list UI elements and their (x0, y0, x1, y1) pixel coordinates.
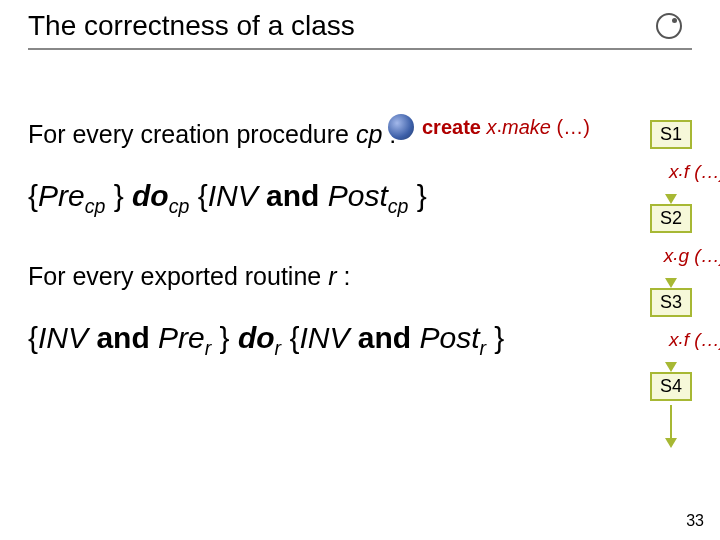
title-row: The correctness of a class (28, 10, 692, 42)
h2-do: do (238, 321, 275, 354)
h2-m1: } (211, 321, 238, 354)
arrowhead-icon (665, 194, 677, 204)
arrow-4 (665, 405, 677, 448)
arrow-1 (665, 195, 677, 204)
state-s1: S1 (650, 120, 692, 149)
logo-icon (656, 13, 682, 39)
create-instruction: create x.make (…) (388, 114, 590, 140)
h2-post: Post (420, 321, 480, 354)
h1-do: do (132, 179, 169, 212)
h1-and: and (258, 179, 328, 212)
edge-label-1: x.f (…) (669, 161, 720, 183)
h1-sub-cp: cp (85, 195, 106, 217)
arrow-2 (665, 279, 677, 288)
h1-sub-cp3: cp (388, 195, 409, 217)
line-creation-procedure: For every creation procedure cp : (28, 120, 692, 149)
line-icon (670, 405, 672, 439)
h2-inv2: INV (299, 321, 349, 354)
slide-title: The correctness of a class (28, 10, 355, 42)
spacer (28, 248, 692, 262)
l1-cp: cp (356, 120, 382, 148)
h2-inv1: INV (38, 321, 88, 354)
h1-post: Post (328, 179, 388, 212)
line-exported-routine: For every exported routine r : (28, 262, 692, 291)
h2-close: } (486, 321, 504, 354)
content-area: create x.make (…) For every creation pro… (28, 120, 692, 360)
page-number: 33 (686, 512, 704, 530)
h2-and2: and (349, 321, 419, 354)
create-keyword: create (422, 116, 481, 138)
arrow-3 (665, 363, 677, 372)
h2-m2: { (281, 321, 299, 354)
h1-sub-cp2: cp (169, 195, 190, 217)
object-ball-icon (388, 114, 414, 140)
hoare-triple-routine: {INV and Prer } dor {INV and Postr } (28, 321, 692, 360)
hoare-triple-creation: {Precp } docp {INV and Postcp } (28, 179, 692, 218)
arrowhead-icon (665, 438, 677, 448)
l1-text-a: For every creation procedure (28, 120, 356, 148)
state-diagram: S1 x.f (…) S2 x.g (…) S3 x.f (…) S4 (616, 120, 720, 448)
l2-text-a: For every exported routine (28, 262, 328, 290)
h1-close: } (408, 179, 426, 212)
slide: The correctness of a class create x.make… (0, 0, 720, 540)
state-s4: S4 (650, 372, 692, 401)
create-rest: x.make (…) (481, 114, 590, 138)
edge-label-2: x.g (…) (664, 245, 720, 267)
state-s2: S2 (650, 204, 692, 233)
create-text: create x.make (…) (422, 116, 590, 139)
h2-and1: and (88, 321, 158, 354)
h2-open: { (28, 321, 38, 354)
arrowhead-icon (665, 362, 677, 372)
h1-m2: { (189, 179, 207, 212)
h1-inv: INV (208, 179, 258, 212)
edge-label-3: x.f (…) (669, 329, 720, 351)
state-s3: S3 (650, 288, 692, 317)
h2-pre: Pre (158, 321, 205, 354)
l2-text-b: : (336, 262, 350, 290)
h1-open: { (28, 179, 38, 212)
h1-m1: } (105, 179, 132, 212)
arrowhead-icon (665, 278, 677, 288)
title-rule (28, 48, 692, 50)
h1-pre: Pre (38, 179, 85, 212)
